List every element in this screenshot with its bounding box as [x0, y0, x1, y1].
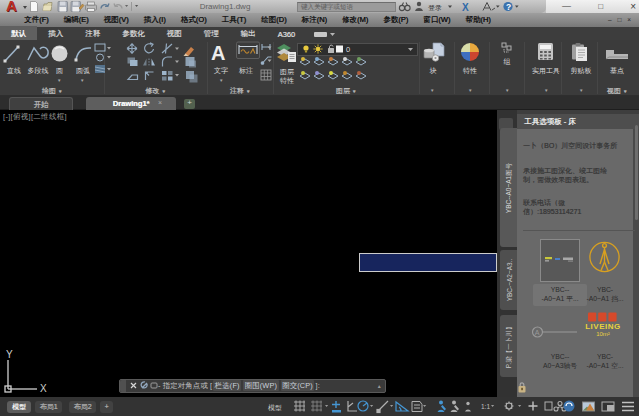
svg-text:X: X — [462, 2, 469, 13]
svg-text:A: A — [211, 42, 225, 64]
svg-text:X: X — [40, 383, 47, 394]
svg-text:0: 0 — [346, 45, 350, 54]
svg-text:?: ? — [506, 2, 511, 12]
svg-text:1:1: 1:1 — [481, 403, 490, 410]
svg-text:A: A — [535, 329, 540, 336]
svg-text:Y: Y — [6, 349, 13, 360]
